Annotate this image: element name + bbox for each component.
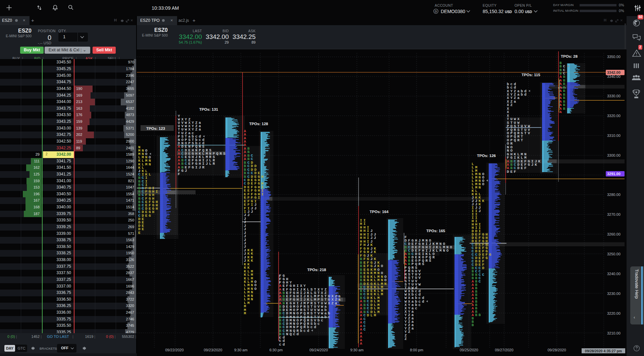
svg-text:3320.00: 3320.00 [607,114,621,118]
svg-text:O: O [482,182,485,186]
svg-text:3330.00: 3330.00 [607,94,621,98]
svg-text:Z: Z [405,337,408,341]
svg-text:D: D [482,266,485,270]
svg-text:09/28/2020: 09/28/2020 [547,348,566,352]
svg-text:TPOs: 115: TPOs: 115 [522,73,540,77]
svg-text:3220.00: 3220.00 [607,311,621,315]
svg-text:E: E [138,231,142,235]
svg-text:3250.00: 3250.00 [607,252,621,256]
svg-text:9:30 am: 9:30 am [234,348,248,352]
svg-text:O: O [254,287,258,291]
svg-text:3240.00: 3240.00 [607,272,621,276]
svg-text:M: M [244,311,247,315]
svg-text:C: C [363,327,367,332]
svg-text:cd: cd [279,343,286,347]
svg-text:J: J [479,209,482,213]
svg-text:O: O [381,264,384,268]
svg-text:3260.00: 3260.00 [607,232,621,236]
svg-text:3270.00: 3270.00 [607,212,621,216]
svg-text:D: D [435,10,437,13]
svg-text:F: F [178,172,181,176]
svg-text:09/23/2020: 09/23/2020 [204,348,222,352]
svg-text:TPOs: 131: TPOs: 131 [199,107,218,111]
svg-text:NQcd: NQcd [286,332,300,336]
svg-text:TPOs: 126: TPOs: 126 [477,154,496,158]
svg-text:A: A [360,342,363,346]
svg-text:BB: BB [475,313,482,317]
svg-text:3342.00: 3342.00 [607,70,621,74]
svg-text:B: B [563,107,566,111]
svg-text:DLM: DLM [367,313,377,317]
svg-text:3280.00: 3280.00 [607,193,621,197]
svg-text:3310.00: 3310.00 [607,134,621,138]
svg-text:09/27/2020: 09/27/2020 [495,348,513,352]
svg-text:3291.00: 3291.00 [607,172,621,176]
svg-text:K: K [374,250,377,254]
svg-text:3210.00: 3210.00 [607,331,621,335]
svg-text:3230.00: 3230.00 [607,292,621,296]
svg-text:A: A [559,110,563,114]
svg-text:09/25/2020: 09/25/2020 [460,348,478,352]
svg-text:TPOs: 164: TPOs: 164 [370,210,389,214]
svg-text:TPOs: 218: TPOs: 218 [307,268,326,272]
svg-text:DEF: DEF [507,170,517,174]
svg-text:09/24/2020: 09/24/2020 [309,348,328,352]
svg-text:TPOs: 28: TPOs: 28 [561,54,578,58]
svg-text:TPOs: 123: TPOs: 123 [146,126,165,131]
svg-text:8:00 pm: 8:00 pm [410,348,423,352]
svg-text:6:30 pm: 6:30 pm [269,348,283,352]
svg-text:TPOs: 128: TPOs: 128 [249,122,268,126]
svg-text:09/22/2020: 09/22/2020 [165,348,183,352]
svg-text:9:30 am: 9:30 am [350,348,364,352]
svg-text:TPOs: 165: TPOs: 165 [426,229,445,233]
svg-text:3300.00: 3300.00 [607,153,621,157]
svg-text:B: B [472,323,475,327]
svg-text:09/28/2020 4:35:27 pm: 09/28/2020 4:35:27 pm [585,349,622,353]
svg-text:3350.00: 3350.00 [607,55,621,59]
svg-text:DEF: DEF [517,166,528,170]
svg-text:C: C [479,279,482,284]
